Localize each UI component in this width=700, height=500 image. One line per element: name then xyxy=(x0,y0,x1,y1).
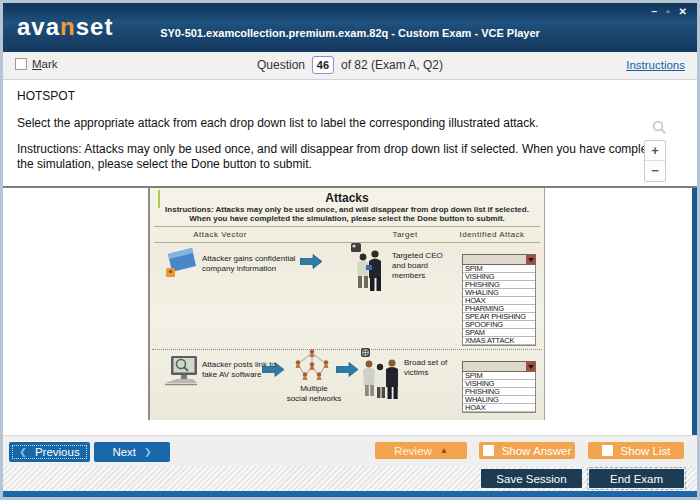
maximize-icon[interactable]: ▫ xyxy=(666,6,670,18)
zoom-controls: + − xyxy=(644,120,668,182)
end-exam-button[interactable]: End Exam xyxy=(589,469,684,488)
show-answer-button[interactable]: Show Answer xyxy=(479,442,575,459)
row2-attack-dropdown[interactable] xyxy=(462,361,536,372)
dropdown-option[interactable]: XMAS ATTACK xyxy=(463,337,535,345)
review-button[interactable]: Review ▲ xyxy=(375,442,467,459)
row2-target-text: Broad set of victims xyxy=(404,358,460,378)
next-label: Next xyxy=(112,446,136,458)
dropdown-option[interactable]: WHALING xyxy=(463,396,535,404)
show-list-button[interactable]: Show List xyxy=(588,442,684,459)
row1-attack-dropdown[interactable] xyxy=(462,254,536,265)
zoom-button-box: + − xyxy=(644,140,666,182)
triangle-up-icon: ▲ xyxy=(440,446,448,455)
window-bottom-accent xyxy=(3,491,697,497)
dropdown-option[interactable]: PHISHING xyxy=(463,388,535,396)
row2-middle-line2: social networks xyxy=(284,394,344,404)
row1-target-line1: Targeted CEO xyxy=(392,251,460,261)
show-answer-checkbox[interactable] xyxy=(483,445,494,456)
divider xyxy=(154,242,540,243)
dropdown-arrow-icon[interactable] xyxy=(526,255,535,264)
show-answer-label: Show Answer xyxy=(502,445,572,457)
previous-button[interactable]: ❮ Previous xyxy=(9,442,90,462)
show-list-label: Show List xyxy=(621,445,671,457)
row1-dropdown-options: SPIMVISHINGPHISHINGWHALINGHOAXPHARMINGSP… xyxy=(462,265,536,346)
review-label: Review xyxy=(394,445,432,457)
next-button[interactable]: Next ❯ xyxy=(94,442,170,462)
row1-vector-line2: company information xyxy=(202,264,302,274)
exhibit-instructions-line1: Instructions: Attacks may only be used o… xyxy=(150,205,544,214)
computer-monitor-icon xyxy=(163,355,201,387)
dropdown-option[interactable]: SPOOFING xyxy=(463,321,535,329)
victims-group-icon xyxy=(360,348,402,404)
row2-middle-label: Multiple social networks xyxy=(284,384,344,404)
question-type-label: HOTSPOT xyxy=(17,89,665,104)
attacks-exhibit-image: Attacks Instructions: Attacks may only b… xyxy=(148,188,545,420)
folder-icon xyxy=(162,246,198,280)
column-header-target: Target xyxy=(365,230,445,239)
minimize-icon[interactable]: – xyxy=(652,6,658,18)
zoom-in-button[interactable]: + xyxy=(645,141,665,161)
dropdown-option[interactable]: PHISHING xyxy=(463,281,535,289)
column-header-attack-vector: Attack Vector xyxy=(170,230,270,239)
column-header-identified-attack: Identified Attack xyxy=(440,230,544,239)
dropdown-option[interactable]: SPAM xyxy=(463,329,535,337)
exhibit-instructions-line2: When you have completed the simulation, … xyxy=(150,214,544,223)
dropdown-option[interactable]: WHALING xyxy=(463,289,535,297)
row2-middle-line1: Multiple xyxy=(284,384,344,394)
executives-pair-icon xyxy=(348,243,388,293)
title-bar: avanset SY0-501.examcollection.premium.e… xyxy=(3,3,697,52)
arrow-right-icon xyxy=(336,362,359,377)
session-bar: Save Session End Exam xyxy=(3,466,697,491)
close-icon[interactable]: ✕ xyxy=(679,6,687,18)
arrow-right-icon xyxy=(300,254,323,269)
row1-target-text: Targeted CEO and board members xyxy=(392,251,460,281)
mark-label-rest: ark xyxy=(42,58,58,70)
question-meta: of 82 (Exam A, Q2) xyxy=(341,58,443,72)
dropdown-option[interactable]: VISHING xyxy=(463,273,535,281)
question-header: Mark Question 46 of 82 (Exam A, Q2) Inst… xyxy=(3,52,697,80)
dropdown-option[interactable]: HOAX xyxy=(463,297,535,305)
question-position: Question 46 of 82 (Exam A, Q2) xyxy=(257,56,443,74)
dropdown-option[interactable]: SPEAR PHISHING xyxy=(463,313,535,321)
chevron-left-icon: ❮ xyxy=(19,447,27,457)
dropdown-option[interactable]: SPIM xyxy=(463,372,535,380)
dropdown-option[interactable]: SPIM xyxy=(463,265,535,273)
row-separator xyxy=(152,349,542,350)
divider xyxy=(154,226,540,227)
mark-checkbox-group[interactable]: Mark xyxy=(15,58,58,70)
dropdown-arrow-icon[interactable] xyxy=(526,362,535,371)
dropdown-option[interactable]: PHARMING xyxy=(463,305,535,313)
question-label: Question xyxy=(257,58,305,72)
question-text-panel: HOTSPOT Select the appropriate attack fr… xyxy=(3,80,697,186)
social-network-icon xyxy=(288,348,336,382)
dropdown-option[interactable]: HOAX xyxy=(463,404,535,412)
row1-target-line2: and board members xyxy=(392,261,460,281)
arrow-right-icon xyxy=(262,362,285,377)
question-prompt: Select the appropriate attack from each … xyxy=(17,116,665,131)
mark-label-initial: M xyxy=(32,58,42,70)
mark-label: Mark xyxy=(32,58,58,70)
vce-player-window: avanset SY0-501.examcollection.premium.e… xyxy=(0,0,700,500)
exhibit-title: Attacks xyxy=(150,191,544,205)
row1-vector-line1: Attacker gains confidential xyxy=(202,254,302,264)
row1-vector-text: Attacker gains confidential company info… xyxy=(202,254,302,274)
question-instructions: Instructions: Attacks may only be used o… xyxy=(17,142,665,171)
vertical-scrollbar[interactable] xyxy=(692,188,697,435)
row2-dropdown-options: SPIMVISHINGPHISHINGWHALINGHOAX xyxy=(462,372,536,413)
dropdown-option[interactable]: VISHING xyxy=(463,380,535,388)
navigation-bar: ❮ Previous Next ❯ Review ▲ Show Answer S… xyxy=(3,435,697,466)
zoom-out-button[interactable]: − xyxy=(645,161,665,181)
window-title: SY0-501.examcollection.premium.exam.82q … xyxy=(3,27,697,39)
window-controls: – ▫ ✕ xyxy=(652,6,688,18)
previous-label: Previous xyxy=(35,446,80,458)
exam-content-area: Attacks Instructions: Attacks may only b… xyxy=(3,188,697,435)
magnifier-icon xyxy=(652,120,667,135)
instructions-link[interactable]: Instructions xyxy=(626,59,685,71)
save-session-button[interactable]: Save Session xyxy=(481,469,582,488)
chevron-right-icon: ❯ xyxy=(144,447,152,457)
show-list-checkbox[interactable] xyxy=(602,445,613,456)
mark-checkbox[interactable] xyxy=(15,58,27,70)
question-number-input[interactable]: 46 xyxy=(312,56,334,74)
